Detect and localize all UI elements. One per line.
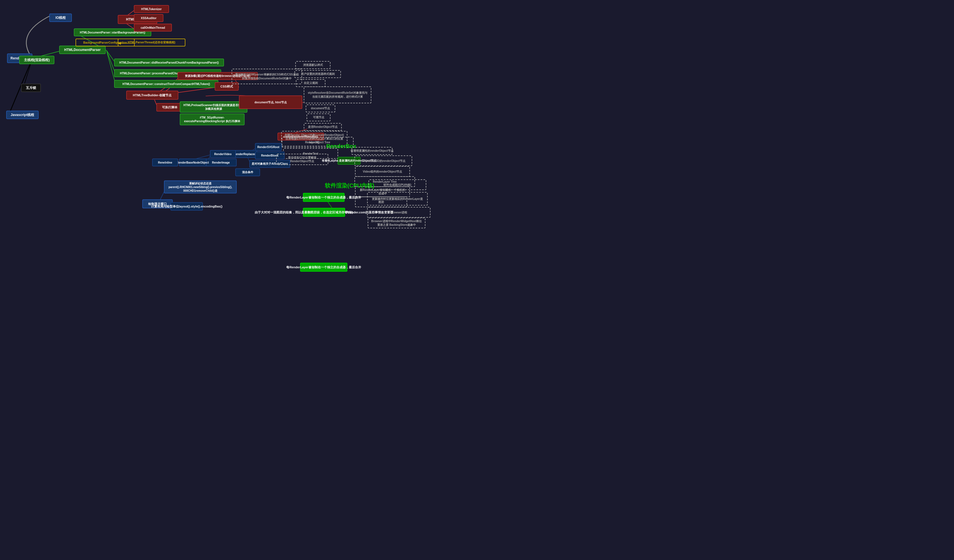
node-render-image[interactable]: RenderBaseNodeObject (179, 159, 207, 166)
node-css-position-renderobj: canvas2D, 3D的renderObject节点 (354, 156, 412, 166)
node-style-rules: 浏览器默认样式 (295, 61, 330, 69)
node-mutex[interactable]: 互斥锁 (21, 84, 41, 92)
render-layer-tree-label: 软件渲染(CPU内核) (325, 182, 374, 190)
node-reneinline[interactable]: 混合条件 (235, 168, 260, 176)
node-control-display[interactable]: 计算布局与绘型单位layout().style().encodingBas() (170, 202, 203, 211)
diagram-container: Render进程 IO线程 主线程(渲染线程) 互斥锁 Javascript线程… (0, 0, 954, 560)
node-gpu-update-note: Browser进程中RenderWidgetHost将位置差之度 Backing… (368, 218, 426, 228)
node-script-runner[interactable]: #TM_SGptRunner-executeParsingBlockingScr… (180, 114, 245, 125)
node-construct-tree[interactable]: HTMLDocumentParser::constructTreeFromCom… (114, 80, 218, 88)
node-render-text[interactable]: RenderSVGRoot (255, 143, 282, 151)
node-browser-widget-host: 逐帧诉讼状态还是 parent().RHCN001.newSibing().pr… (164, 180, 237, 193)
node-html-parser-thread[interactable]: HTMLParserThread(还存在背粮线程) (118, 39, 186, 47)
node-html-preload-scanner: HTMLPreloadScanner扫描后面的资源是否需要加载其他资源 (180, 101, 247, 113)
node-render-video[interactable]: Renelnline (152, 159, 178, 166)
node-style-resolver: styleResolver在DocumentRuleSet对象查找与当前元素匹配… (304, 86, 371, 103)
node-render-block[interactable]: RenderVideo (210, 150, 236, 158)
node-gpu-composite[interactable]: 由于大对对一混图层的组奏，用以是最翻图层级，在选定区域另存等Render.com… (303, 208, 345, 217)
node-opacity-renderobj: Video组件的renderObject节点 (355, 166, 410, 177)
node-render-box[interactable]: RenderReplaced (232, 150, 257, 158)
node-js-thread[interactable]: Javascript线程 (6, 110, 39, 119)
node-document-node: document节点 (306, 104, 335, 112)
node-call-on-main-thread[interactable]: callOnMainThread (134, 24, 172, 31)
node-html-document-parser[interactable]: HTMLDocumentParser (59, 46, 106, 54)
node-renderable-node: 可视节点 (307, 114, 330, 121)
node-did-receive-parsed-chunk[interactable]: HTMLDocumentParser::didReceiveParsedChun… (114, 59, 224, 67)
node-render-layer-note: Browser进程 (367, 207, 430, 218)
node-doc-html-node: 有透明度属性的renderObject节点 (352, 147, 393, 155)
node-user-style: 用户设置的浏览器样式规则 (295, 70, 341, 78)
node-software-cpu[interactable]: 每RenderLayer被创制在一个独立的合成器，最后合并 (303, 193, 344, 202)
node-tree-builder[interactable]: HTMLTreeBuilder-创建节点 (126, 91, 178, 100)
node-hardware-gpu[interactable]: 每RenderLayer被创制在一个独立的合成器，最后合并 (300, 263, 348, 272)
node-css-parser-notify: 通过解析CSS时parser将解析的CSS样式/CSS基础封装并报告给Docum… (232, 69, 302, 84)
node-io-thread[interactable]: IO线程 (49, 14, 72, 22)
node-main-thread[interactable]: 主线程(渲染线程) (19, 56, 55, 64)
node-executable-script[interactable]: 可执行脚本 (156, 103, 183, 112)
svg-line-6 (106, 50, 115, 84)
node-custom-rules: 自定义规则 (296, 79, 326, 87)
node-render-layer-independent: 更新操作时仅更新相应的RenderLayer是 (367, 192, 428, 205)
node-new-render-layer: 软件合成面(GPU内核) (368, 179, 426, 190)
node-sub-class: 显示优先CSS位置赋值RenderObject节点 (276, 154, 328, 165)
node-xss-auditor[interactable]: XSSAuditor (134, 14, 164, 22)
node-html-tokenizer[interactable]: HTMLTokenizer (134, 5, 169, 13)
node-style-notify: document节点, html节点 (239, 95, 302, 109)
node-renderobject-node: 是否RenderObject节点 (304, 123, 342, 131)
node-render-replaced[interactable]: RenderImage (205, 159, 237, 166)
